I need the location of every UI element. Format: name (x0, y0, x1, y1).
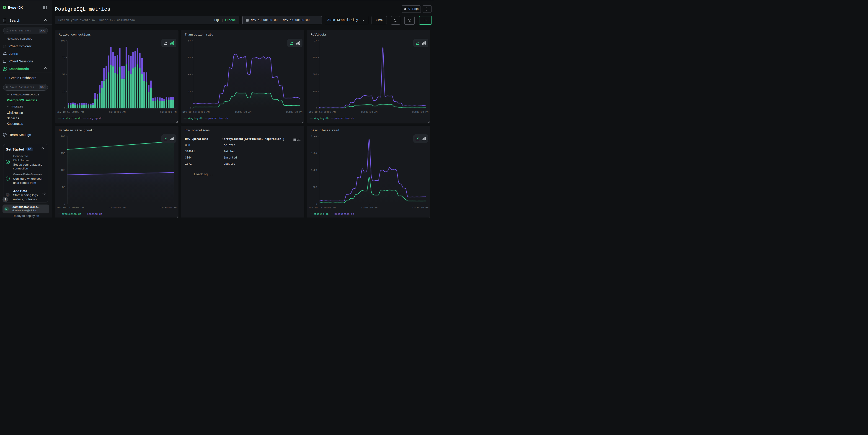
svg-text:1K: 1K (314, 39, 317, 42)
svg-text:Nov 10 12:00:00 AM: Nov 10 12:00:00 AM (308, 111, 336, 113)
svg-text:0: 0 (64, 203, 65, 205)
svg-text:2K: 2K (188, 90, 191, 93)
svg-text:0: 0 (315, 203, 317, 205)
svg-text:20B: 20B (61, 135, 65, 138)
svg-text:11:00:00 AM: 11:00:00 AM (361, 206, 377, 209)
svg-text:production_dbstaging_db: production_dbstaging_db (62, 117, 102, 120)
svg-text:production_dbstaging_db: production_dbstaging_db (62, 213, 102, 215)
svg-text:100: 100 (61, 39, 65, 42)
svg-text:11:00:00 AM: 11:00:00 AM (109, 206, 126, 209)
svg-text:2.4K: 2.4K (311, 135, 317, 138)
svg-text:staging_dbproduction_db: staging_dbproduction_db (313, 213, 354, 215)
svg-text:11:00:00 AM: 11:00:00 AM (361, 111, 377, 113)
svg-text:0: 0 (189, 107, 191, 110)
svg-text:Nov 10 12:00:00 AM: Nov 10 12:00:00 AM (183, 111, 210, 113)
svg-text:500: 500 (312, 73, 317, 76)
svg-text:Nov 10 12:00:00 AM: Nov 10 12:00:00 AM (57, 206, 84, 209)
svg-text:11:30:00 PM: 11:30:00 PM (286, 111, 303, 113)
svg-text:11:00:00 AM: 11:00:00 AM (109, 111, 126, 113)
svg-text:600: 600 (312, 186, 317, 189)
svg-text:11:30:00 PM: 11:30:00 PM (412, 111, 428, 113)
svg-text:Nov 10 12:00:00 AM: Nov 10 12:00:00 AM (308, 206, 336, 209)
svg-text:Nov 10 12:00:00 AM: Nov 10 12:00:00 AM (57, 111, 84, 113)
svg-text:1.2K: 1.2K (311, 169, 317, 171)
svg-text:250: 250 (312, 90, 317, 93)
svg-text:25: 25 (62, 90, 65, 93)
svg-text:11:30:00 PM: 11:30:00 PM (160, 111, 177, 113)
svg-text:50: 50 (62, 73, 65, 76)
svg-text:750: 750 (312, 56, 317, 59)
svg-text:1.8K: 1.8K (311, 152, 317, 155)
svg-text:11:30:00 PM: 11:30:00 PM (412, 206, 428, 209)
svg-text:4K: 4K (188, 73, 191, 76)
svg-text:8K: 8K (188, 39, 191, 42)
svg-text:staging_dbproduction_db: staging_dbproduction_db (187, 117, 228, 120)
svg-text:11:00:00 AM: 11:00:00 AM (235, 111, 251, 113)
svg-text:75: 75 (62, 56, 65, 59)
svg-text:staging_dbproduction_db: staging_dbproduction_db (313, 117, 354, 120)
svg-text:10B: 10B (61, 169, 65, 171)
svg-text:15B: 15B (61, 152, 65, 155)
svg-text:0: 0 (64, 107, 65, 110)
svg-text:6K: 6K (188, 56, 191, 59)
svg-text:0: 0 (315, 107, 317, 110)
svg-text:11:30:00 PM: 11:30:00 PM (160, 206, 177, 209)
svg-text:5B: 5B (62, 186, 65, 189)
